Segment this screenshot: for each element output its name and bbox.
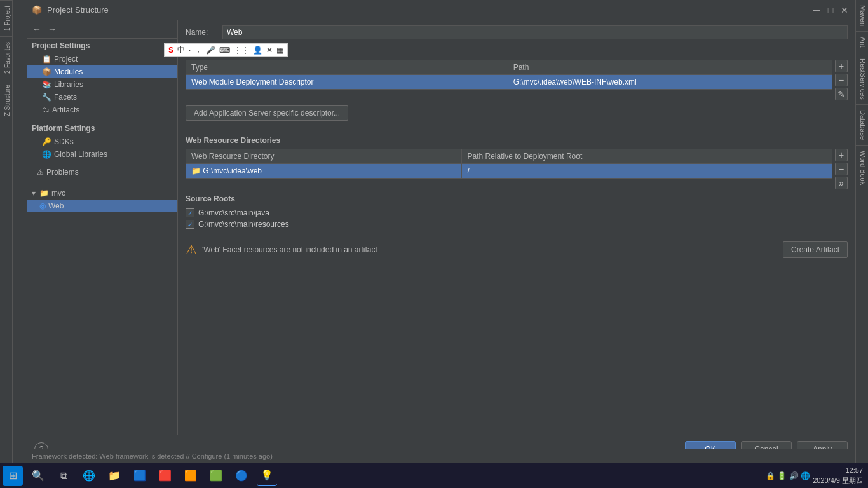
app2-btn[interactable]: 🟥 [155, 466, 175, 486]
right-tab-wordbook[interactable]: Word Book [856, 146, 868, 191]
tree-item-artifacts[interactable]: 🗂 Artifacts [27, 104, 177, 116]
deployment-path-0: G:\mvc\.idea\web\WEB-INF\web.xml [508, 75, 832, 90]
dialog-close-btn[interactable]: ✕ [839, 4, 850, 16]
right-tab-maven[interactable]: Maven [856, 0, 868, 32]
taskbar-right: 🔒 🔋 🔊 🌐 12:57 2020/4/9 星期四 [766, 466, 868, 485]
right-tab-restservices[interactable]: RestServices [856, 53, 868, 105]
edge-btn[interactable]: 🌐 [79, 466, 99, 486]
deployment-side-buttons: + − ✎ [835, 60, 848, 100]
webres-more-btn[interactable]: » [835, 177, 848, 189]
ime-zh-btn[interactable]: 中 [176, 44, 186, 55]
create-artifact-btn[interactable]: Create Artifact [783, 241, 848, 258]
tree-item-problems[interactable]: ⚠ Problems [27, 166, 177, 179]
ime-mic-btn[interactable]: 🎤 [205, 46, 217, 55]
web-module-icon: ◎ [39, 201, 46, 210]
webres-row-0[interactable]: 📁 G:\mvc\.idea\web / [186, 164, 832, 179]
webres-relpath-0: / [462, 164, 832, 179]
taskbar-clock[interactable]: 12:57 2020/4/9 星期四 [813, 466, 863, 485]
right-sidebar: Maven Ant RestServices Database Word Boo… [855, 0, 868, 463]
sdks-icon: 🔑 [42, 137, 51, 146]
dialog-title-text: Project Structure [47, 5, 109, 15]
tree-forward-btn[interactable]: → [46, 23, 58, 36]
dialog-maximize-btn[interactable]: □ [825, 4, 836, 16]
app3-btn[interactable]: 🟧 [180, 466, 201, 486]
source-root-checkbox-1[interactable] [186, 220, 194, 229]
tree-item-facets[interactable]: 🔧 Facets [27, 91, 177, 104]
app4-btn[interactable]: 🟩 [206, 466, 226, 486]
deployment-remove-btn[interactable]: − [835, 74, 848, 86]
expand-arrow: ▾ [32, 189, 36, 198]
tree-item-global-libraries[interactable]: 🌐 Global Libraries [27, 148, 177, 161]
problems-icon: ⚠ [37, 168, 44, 177]
name-input[interactable] [222, 25, 848, 39]
mvc-label: mvc [51, 189, 65, 198]
deployment-col-path: Path [508, 60, 832, 75]
source-root-checkbox-0[interactable] [186, 208, 194, 217]
ime-grid-btn[interactable]: ⋮⋮ [233, 46, 250, 55]
warning-text: 'Web' Facet resources are not included i… [202, 245, 778, 254]
dialog-titlebar: 📦 Project Structure ─ □ ✕ [27, 0, 855, 20]
left-tab-structure[interactable]: Z-Structure [0, 79, 12, 121]
search-btn[interactable]: 🔍 [28, 466, 48, 486]
warning-icon: ⚠ [186, 242, 197, 257]
webres-add-btn[interactable]: + [835, 149, 848, 161]
deployment-col-type: Type [186, 60, 508, 75]
file-explorer-btn[interactable]: 📁 [104, 466, 125, 486]
left-tab-favorites[interactable]: 2-Favorites [0, 36, 12, 79]
right-tab-ant[interactable]: Ant [856, 32, 868, 53]
taskbar-left: ⊞ 🔍 ⧉ 🌐 📁 🟦 🟥 🟧 🟩 🔵 💡 [0, 466, 277, 486]
ime-grid2-btn[interactable]: ▦ [275, 46, 285, 55]
deployment-table: Type Path Web Module Deployment Descript… [186, 60, 832, 90]
webres-folder-icon: 📁 [191, 166, 201, 175]
right-tab-database[interactable]: Database [856, 105, 868, 146]
web-resource-table: Web Resource Directory Path Relative to … [186, 149, 832, 179]
ime-s-btn[interactable]: S [167, 46, 175, 55]
taskbar: ⊞ 🔍 ⧉ 🌐 📁 🟦 🟥 🟧 🟩 🔵 💡 🔒 🔋 🔊 🌐 12:57 2020… [0, 463, 868, 488]
webres-dir-0: 📁 G:\mvc\.idea\web [186, 164, 462, 179]
tree-item-libraries[interactable]: 📚 Libraries [27, 78, 177, 91]
dialog-title: 📦 Project Structure [32, 5, 109, 15]
intellij-btn[interactable]: 💡 [257, 466, 277, 486]
status-text: Framework detected: Web framework is det… [32, 452, 273, 460]
warning-row: ⚠ 'Web' Facet resources are not included… [186, 238, 848, 262]
source-roots-list: G:\mvc\src\main\java G:\mvc\src\main\res… [186, 207, 848, 230]
deployment-row-0[interactable]: Web Module Deployment Descriptor G:\mvc\… [186, 75, 832, 90]
ime-kb-btn[interactable]: ⌨ [218, 46, 231, 55]
source-root-row-1: G:\mvc\src\main\resources [186, 219, 848, 230]
dialog-title-icon: 📦 [32, 5, 42, 15]
left-tab-project[interactable]: 1-Project [0, 0, 12, 36]
deployment-add-btn[interactable]: + [835, 60, 848, 72]
ime-person-btn[interactable]: 👤 [252, 46, 264, 55]
webres-col-dir: Web Resource Directory [186, 149, 462, 164]
add-app-server-btn[interactable]: Add Application Server specific descript… [186, 105, 348, 121]
ime-x-btn[interactable]: ✕ [265, 46, 274, 55]
webres-remove-btn[interactable]: − [835, 163, 848, 175]
tree-item-project[interactable]: 📋 Project [27, 53, 177, 65]
source-roots-section-header: Source Roots [186, 194, 848, 203]
webres-col-relpath: Path Relative to Deployment Root [462, 149, 832, 164]
dialog-minimize-btn[interactable]: ─ [811, 4, 822, 16]
dialog-body: ← → Project Settings 📋 Project 📦 Modules… [27, 20, 855, 435]
name-label: Name: [186, 28, 217, 37]
tree-panel: ← → Project Settings 📋 Project 📦 Modules… [27, 20, 178, 435]
left-sidebar: 1-Project 2-Favorites Z-Structure [0, 0, 13, 463]
web-resource-table-area: Web Resource Directory Path Relative to … [186, 149, 832, 189]
deployment-edit-btn[interactable]: ✎ [835, 88, 848, 100]
start-btn[interactable]: ⊞ [3, 466, 23, 486]
platform-settings-label: Platform Settings [27, 121, 177, 135]
tree-item-web[interactable]: ◎ Web [27, 200, 177, 212]
project-icon: 📋 [42, 55, 51, 64]
global-libraries-icon: 🌐 [42, 150, 51, 159]
libraries-icon: 📚 [42, 80, 51, 89]
source-root-path-1: G:\mvc\src\main\resources [198, 220, 289, 229]
app5-btn[interactable]: 🔵 [231, 466, 252, 486]
tree-back-btn[interactable]: ← [31, 23, 43, 36]
modules-icon: 📦 [42, 67, 51, 76]
app1-btn[interactable]: 🟦 [130, 466, 150, 486]
tree-item-sdks[interactable]: 🔑 SDKs [27, 135, 177, 148]
ime-dot-btn[interactable]: · [187, 46, 192, 55]
ime-comma-btn[interactable]: ， [193, 44, 203, 55]
tree-item-mvc[interactable]: ▾ 📁 mvc [27, 187, 177, 200]
tree-item-modules[interactable]: 📦 Modules [27, 65, 177, 78]
task-view-btn[interactable]: ⧉ [53, 466, 74, 486]
